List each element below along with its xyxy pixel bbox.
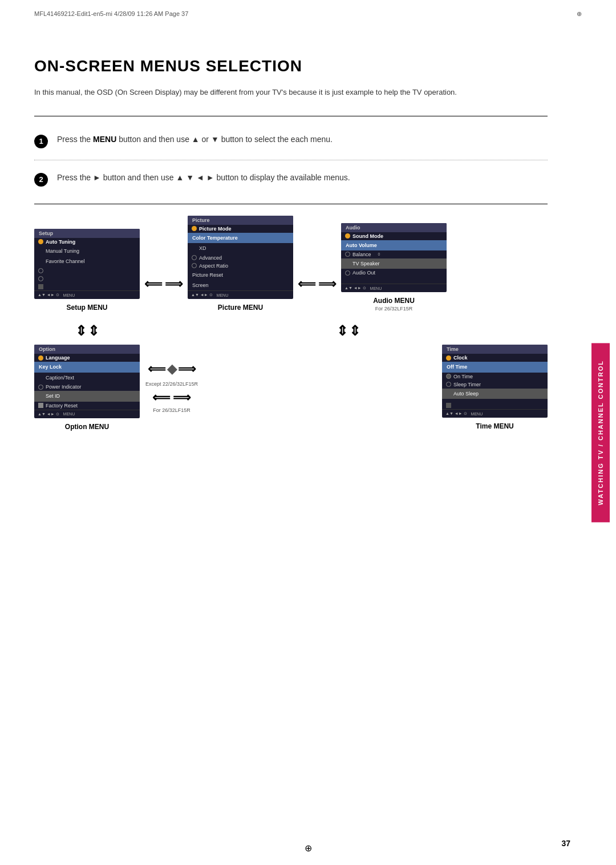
audio-menu-box: Audio Sound Mode Auto Volume Balance 0 T…: [341, 223, 447, 312]
setup-title: Setup: [34, 229, 140, 238]
audio-icon-1: [345, 233, 350, 239]
setup-item-fav: Favorite Channel: [34, 256, 140, 266]
menu-row-2: Option Language Key Lock Caption/Text Po…: [34, 345, 548, 430]
arrow-setup-to-picture: ⟸ ⟹: [144, 277, 183, 292]
right-sidebar: WATCHING TV / CHANNEL CONTROL: [585, 0, 616, 865]
option-label: Option MENU: [65, 423, 109, 431]
option-middle: ⟸ ◆ ⟹ Except 22/26/32LF15R ⟸ ⟹ For 26/32…: [145, 345, 198, 413]
page-number: 37: [561, 839, 570, 848]
time-item-off: Off Time: [442, 362, 548, 372]
time-item-auto-sleep: Auto Sleep: [442, 389, 548, 399]
step-1-text: Press the MENU button and then use ▲ or …: [57, 134, 333, 145]
picture-menu-col: Picture Picture Mode Color Temperature X…: [188, 216, 293, 312]
audio-nav: ▲▼ ◄► ⊙MENU: [341, 284, 447, 292]
audio-item-balance: Balance 0: [341, 250, 447, 258]
option-icon-2: [38, 384, 43, 390]
picture-item-xd: XD: [188, 243, 293, 253]
step-2-circle: 2: [34, 173, 48, 187]
setup-item-3: [34, 266, 140, 274]
time-item-on: On Time: [442, 373, 548, 381]
step-2-row: 2 Press the ► button and then use ▲ ▼ ◄ …: [34, 166, 548, 192]
picture-icon-2: [191, 255, 197, 261]
audio-label: Audio MENU: [373, 297, 415, 305]
option-title: Option: [34, 345, 140, 354]
menus-section: Setup Auto Tuning Manual Tuning Favorite…: [34, 216, 548, 431]
time-icon-2: [445, 374, 451, 379]
setup-item-5: [34, 282, 140, 290]
step-1-circle: 1: [34, 135, 48, 148]
bottom-cross: ⊕: [305, 843, 312, 854]
option-item-power: Power Indicator: [34, 383, 140, 391]
setup-icon-2: [38, 268, 43, 273]
audio-menu-panel: Audio Sound Mode Auto Volume Balance 0 T…: [341, 223, 447, 293]
option-icon-1: [38, 355, 43, 361]
setup-label: Setup MENU: [67, 304, 108, 312]
option-item-setid: Set ID: [34, 391, 140, 401]
picture-item-screen: Screen: [188, 280, 293, 290]
setup-icon-4: [38, 284, 43, 289]
time-item-sleep: Sleep Timer: [442, 381, 548, 389]
audio-icon-2: [345, 252, 350, 257]
step-1-row: 1 Press the MENU button and then use ▲ o…: [34, 128, 548, 154]
time-label: Time MENU: [476, 422, 513, 430]
main-content: ON-SCREEN MENUS SELECTION In this manual…: [34, 34, 548, 831]
option-item-factory: Factory Reset: [34, 402, 140, 410]
time-nav: ▲▼ ◄► ⊙MENU: [442, 409, 548, 418]
option-item-keylock: Key Lock: [34, 362, 140, 372]
down-arrow-audio: ⇕ ⇕: [295, 323, 401, 339]
header-left-text: MFL41469212-Edit1-en5-mi 4/28/09 11:26 A…: [34, 10, 188, 18]
setup-item-auto: Auto Tuning: [34, 238, 140, 246]
setup-icon-1: [38, 239, 43, 245]
option-nav: ▲▼ ◄► ⊙MENU: [34, 410, 140, 418]
arrow-picture-to-audio: ⟸ ⟹: [298, 277, 337, 292]
audio-item-sound: Sound Mode: [341, 232, 447, 240]
setup-menu-col: Setup Auto Tuning Manual Tuning Favorite…: [34, 229, 140, 312]
option-menu-panel: Option Language Key Lock Caption/Text Po…: [34, 345, 140, 418]
option-menu-col: Option Language Key Lock Caption/Text Po…: [34, 345, 140, 430]
top-divider: [34, 116, 548, 116]
page-title: ON-SCREEN MENUS SELECTION: [34, 57, 548, 75]
down-arrow-setup: ⇕ ⇕: [34, 323, 140, 339]
picture-item-advanced: Advanced: [188, 254, 293, 262]
step-2-text: Press the ► button and then use ▲ ▼ ◄ ► …: [57, 172, 350, 184]
dotted-divider: [34, 160, 548, 160]
time-menu-col: Time Clock Off Time On Time Sleep Ti: [442, 345, 548, 430]
time-item-clock: Clock: [442, 354, 548, 362]
picture-menu-box: Picture Picture Mode Color Temperature X…: [188, 216, 293, 312]
picture-menu-panel: Picture Picture Mode Color Temperature X…: [188, 216, 293, 300]
time-icon-3: [445, 382, 451, 387]
picture-title: Picture: [188, 216, 293, 225]
sidebar-label: WATCHING TV / CHANNEL CONTROL: [591, 343, 610, 522]
down-arrows-row: ⇕ ⇕ ⇕ ⇕: [34, 323, 548, 339]
time-item-6: [442, 401, 548, 409]
for-26-note: For 26/32LF15R: [153, 407, 191, 413]
setup-item-manual: Manual Tuning: [34, 246, 140, 256]
setup-menu-box: Setup Auto Tuning Manual Tuning Favorite…: [34, 229, 140, 312]
audio-item-out: Audio Out: [341, 269, 447, 277]
time-title: Time: [442, 345, 548, 354]
option-icon-3: [38, 403, 43, 409]
audio-icon-3: [345, 270, 350, 276]
page-description: In this manual, the OSD (On Screen Displ…: [34, 87, 548, 99]
picture-item-reset: Picture Reset: [188, 270, 293, 280]
picture-item-mode: Picture Mode: [188, 225, 293, 233]
setup-menu-panel: Setup Auto Tuning Manual Tuning Favorite…: [34, 229, 140, 300]
time-icon-1: [445, 355, 451, 361]
bottom-divider: [34, 204, 548, 204]
setup-nav: ▲▼ ◄► ⊙MENU: [34, 290, 140, 299]
audio-title: Audio: [341, 223, 447, 232]
audio-item-auto-vol: Auto Volume: [341, 240, 447, 250]
option-item-caption: Caption/Text: [34, 373, 140, 383]
option-menu-box: Option Language Key Lock Caption/Text Po…: [34, 345, 140, 430]
page-header: MFL41469212-Edit1-en5-mi 4/28/09 11:26 A…: [34, 10, 582, 18]
picture-item-color: Color Temperature: [188, 233, 293, 243]
picture-nav: ▲▼ ◄► ⊙MENU: [188, 290, 293, 299]
picture-icon-1: [191, 226, 197, 232]
time-menu-panel: Time Clock Off Time On Time Sleep Ti: [442, 345, 548, 418]
option-item-lang: Language: [34, 354, 140, 362]
picture-label: Picture MENU: [218, 304, 263, 312]
picture-item-aspect: Aspect Ratio: [188, 262, 293, 270]
header-cross: ⊕: [577, 10, 582, 18]
audio-item-tv-speaker: TV Speaker: [341, 258, 447, 269]
picture-icon-3: [191, 263, 197, 269]
